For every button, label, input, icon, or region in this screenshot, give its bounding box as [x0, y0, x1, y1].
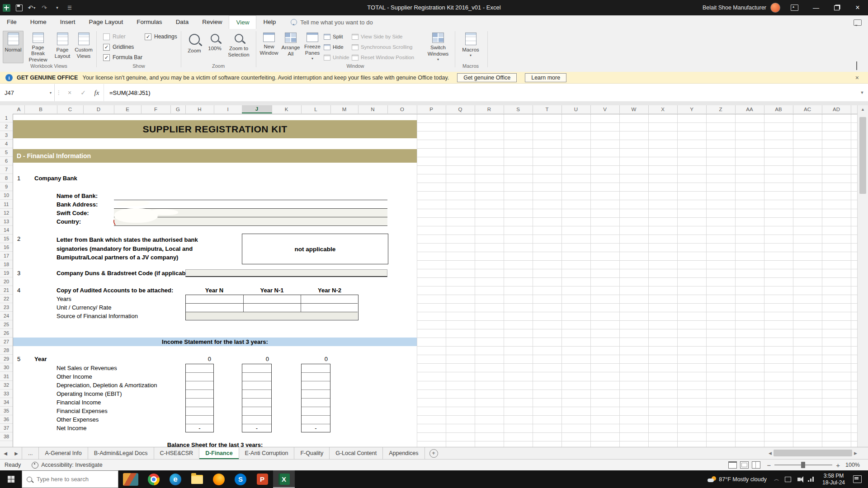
zoom-in-icon[interactable]: + [836, 461, 840, 469]
audited-row-label-unit: Unit / Currency/ Rate [57, 303, 111, 312]
clock-date: 18-Jul-24 [822, 479, 845, 486]
year-n2-header: Year N-2 [301, 286, 359, 295]
income-statement-header: Income Statement for the last 3 years: [13, 338, 417, 346]
powerpoint-icon[interactable]: P [251, 470, 273, 488]
start-button[interactable] [0, 470, 22, 488]
sheet-tab-appendices[interactable]: Appendices [383, 447, 425, 459]
vertical-scrollbar-thumb[interactable] [859, 117, 866, 194]
income-row-label-other-income: Other Income [57, 372, 92, 381]
sheet-content: SUPPLIER REGISTRATION KIT D - Financial … [0, 0, 857, 447]
network-icon[interactable] [808, 477, 814, 482]
income-values-column-year-n2[interactable] [301, 364, 330, 432]
weather-widget[interactable]: 87°F Mostly cloudy [708, 476, 767, 483]
income-row-label-depreciation-depletion-amortization: Depreciation, Depletion & Amortization [57, 381, 157, 389]
zoom-out-icon[interactable]: − [767, 461, 771, 469]
income-year-label: Year [34, 355, 47, 363]
sheet-tab-g-local-content[interactable]: G-Local Content [330, 447, 383, 459]
next-section-title: Balance Sheet for the last 3 years: [13, 441, 417, 447]
income-row-label-other-expenses: Other Expenses [57, 415, 99, 424]
sheet-tab-a-general-info[interactable]: A-General Info [39, 447, 88, 459]
item4-number: 4 [13, 286, 24, 295]
income-net-income-value: - [185, 424, 214, 432]
new-sheet-icon[interactable]: + [429, 449, 438, 458]
sheet-title: SUPPLIER REGISTRATION KIT [13, 120, 417, 138]
accessibility-icon [32, 462, 38, 469]
taskbar: e S P X 87°F Mostly cloudy ︿ 3:58 PM 18-… [0, 470, 868, 488]
field-label-country: Country: [57, 217, 81, 226]
scroll-up-icon[interactable]: ▲ [858, 105, 868, 113]
expand-formula-bar-icon[interactable]: ▼ [856, 84, 868, 101]
status-mode: Ready [5, 462, 21, 468]
zoom-slider[interactable] [774, 465, 832, 465]
table-row-fill [186, 312, 358, 319]
income-net-income-value: - [242, 424, 272, 432]
bank-letter-value-box[interactable]: not applicable [242, 234, 388, 264]
clock-time: 3:58 PM [824, 473, 844, 479]
taskbar-widget-icon[interactable] [118, 470, 143, 488]
chrome-icon[interactable] [143, 470, 165, 488]
taskbar-clock[interactable]: 3:58 PM 18-Jul-24 [822, 473, 845, 486]
page-break-shortcut-icon[interactable] [752, 461, 760, 469]
weather-icon [708, 476, 716, 483]
income-values-column-year-n1[interactable] [242, 364, 272, 432]
year-n-header: Year N [185, 286, 243, 295]
section-header: D - Financial Information [13, 149, 417, 163]
item2-label: Letter from Bank which states the author… [57, 235, 220, 262]
income-year-value: 0 [301, 355, 328, 363]
income-row-label-financial-expenses: Financial Expenses [57, 407, 108, 415]
zoom-level[interactable]: 100% [845, 462, 860, 468]
normal-view-shortcut-icon[interactable] [728, 461, 737, 469]
page-layout-shortcut-icon[interactable] [740, 461, 749, 469]
next-section-clip: Balance Sheet for the last 3 years: [13, 441, 417, 447]
bank-address-input[interactable] [114, 200, 387, 209]
bank-name-input[interactable] [114, 192, 387, 200]
volume-icon[interactable] [797, 478, 801, 481]
weather-text: 87°F Mostly cloudy [719, 476, 767, 483]
field-label-bank-address: Bank Address: [57, 200, 98, 209]
income-values-column-year-n[interactable] [185, 364, 214, 432]
item3-number: 3 [13, 269, 24, 277]
field-label-bank-name: Name of Bank: [57, 192, 98, 200]
audited-accounts-table[interactable] [185, 295, 359, 320]
excel-taskbar-icon[interactable]: X [273, 470, 295, 488]
firefox-icon[interactable] [208, 470, 230, 488]
edge-icon[interactable]: e [165, 470, 186, 488]
section-title: D - Financial Information [13, 149, 417, 163]
sheet-tab-e-anti-corruption[interactable]: E-Anti Corruption [239, 447, 295, 459]
sheet-tab-d-finance[interactable]: D-Finance [199, 447, 239, 459]
table-gridline [186, 303, 358, 304]
taskbar-search[interactable] [22, 470, 118, 488]
scroll-right-icon[interactable]: ▶ [854, 451, 857, 455]
sheet-tab-c-hse-csr[interactable]: C-HSE&CSR [154, 447, 200, 459]
scroll-left-icon[interactable]: ◀ [769, 451, 772, 455]
income-year-value: 0 [185, 355, 211, 363]
item3-label: Company Duns & Bradstreet Code (if appli… [57, 269, 193, 277]
zoom-slider-thumb[interactable] [801, 462, 805, 468]
hidden-icons-chevron[interactable]: ︿ [774, 475, 779, 483]
duns-code-input[interactable] [185, 269, 387, 277]
vertical-scrollbar[interactable]: ▲ ▼ [857, 105, 868, 459]
item1-number: 1 [13, 174, 24, 183]
search-input[interactable] [36, 475, 110, 483]
horizontal-scrollbar[interactable]: ◀ ▶ [769, 449, 857, 457]
skype-icon[interactable]: S [230, 470, 251, 488]
audited-row-label-years: Years [57, 295, 71, 303]
field-label-swift-code: Swift Code: [57, 209, 89, 217]
sheet-tab-bar: ◀ ▶ ... A-General InfoB-Admin&Legal Docs… [0, 447, 868, 459]
income-net-income-value: - [301, 424, 330, 432]
sheet-nav-left-icon[interactable]: ◀ [0, 447, 11, 459]
action-center-icon[interactable] [853, 475, 862, 483]
horizontal-scrollbar-thumb[interactable] [774, 450, 852, 456]
tray-device-icon[interactable] [785, 477, 791, 482]
sheet-tab-f-quality[interactable]: F-Quality [294, 447, 330, 459]
bank-letter-value: not applicable [295, 246, 336, 253]
windows-logo-icon [8, 476, 14, 483]
file-explorer-icon[interactable] [186, 470, 208, 488]
excel-window: ↶▾ ↷ ▾ ☰ TOTAL - Supplier Registration K… [0, 0, 868, 488]
sheet-tab-overflow[interactable]: ... [22, 447, 39, 459]
sheet-tab-b-admin-legal-docs[interactable]: B-Admin&Legal Docs [88, 447, 154, 459]
accessibility-status[interactable]: Accessibility: Investigate [41, 462, 102, 468]
income-row-label-net-sales-or-revenues: Net Sales or Revenues [57, 364, 117, 372]
sheet-nav-right-icon[interactable]: ▶ [11, 447, 22, 459]
audited-row-label-source: Source of Financial Information [57, 312, 138, 320]
